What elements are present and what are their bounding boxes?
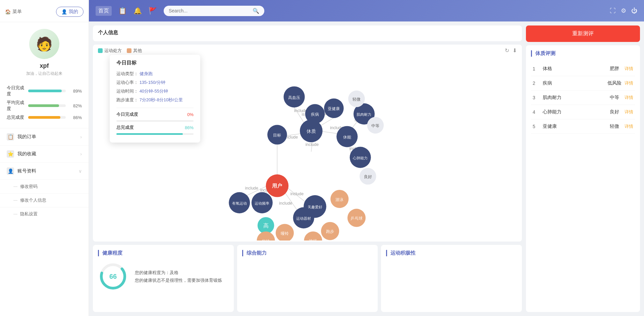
stat-bar-today (28, 90, 62, 92)
popup-row-speed: 跑步速度： 7分20秒-8分10秒/公里 (116, 96, 194, 104)
favorites-label: 我的收藏 (17, 151, 36, 157)
popup-divider-1 (116, 108, 194, 108)
eval-detail-5[interactable]: 详情 (625, 123, 633, 129)
eval-detail-2[interactable]: 详情 (625, 80, 633, 86)
svg-text:跑步: 跑步 (326, 229, 334, 234)
health-text: 您的健康程度为：及格 您的健康状态不是很理性，需要加强体育锻炼 (135, 269, 222, 284)
header-right: ⛶ ⚙ ⏻ (610, 7, 637, 14)
refresh-icon[interactable]: ↻ (505, 47, 509, 54)
sidebar-item-favorites[interactable]: ⭐ 我的收藏 › (0, 145, 89, 162)
search-box[interactable]: 🔍 (164, 6, 264, 16)
sidebar: 🏠 菜单 👤 我的 🧑 xpf 加油，让自己动起来 今日完成度 89% 平均完成… (0, 0, 89, 316)
eval-name-3: 肌肉耐力 (543, 95, 604, 101)
sidebar-subitem-privacy[interactable]: 隐私设置 (0, 207, 89, 221)
nav-flag-icon[interactable]: 🚩 (149, 7, 157, 15)
legend-prescription-label: 运动处方 (104, 48, 122, 54)
stat-row-avg: 平均完成度 82% (7, 100, 82, 112)
eval-row-3: 3 肌肉耐力 中等 详情 (531, 91, 635, 105)
legend-teal-dot (98, 48, 103, 53)
sidebar-subitem-profile[interactable]: 修改个人信息 (0, 193, 89, 207)
stat-row-today: 今日完成度 89% (7, 85, 82, 97)
eval-detail-4[interactable]: 详情 (625, 109, 633, 115)
graph-card: 运动处方 其他 ↻ ⬇ (93, 45, 522, 242)
search-input[interactable] (169, 8, 250, 13)
legend-other-label: 其他 (133, 48, 142, 54)
menu-button[interactable]: 🏠 菜单 (5, 9, 22, 15)
popup-row-duration: 运动时间： 40分钟-55分钟 (116, 87, 194, 96)
eval-name-5: 亚健康 (543, 123, 604, 129)
popup-total-bar (116, 133, 183, 135)
svg-text:运动频率: 运动频率 (255, 201, 269, 205)
svg-text:亚健康: 亚健康 (328, 106, 340, 111)
body-eval-title: 体质评测 (531, 50, 635, 57)
eval-value-4: 良好 (604, 109, 625, 115)
my-label: 我的 (69, 9, 78, 15)
power-icon[interactable]: ⏻ (631, 7, 637, 14)
svg-text:哑铃: 哑铃 (281, 231, 289, 236)
donut-area: 66 您的健康程度为：及格 您的健康状态不是很理性，需要加强体育锻炼 (98, 260, 229, 292)
eval-value-1: 肥胖 (604, 66, 625, 72)
svg-text:乒乓球: 乒乓球 (351, 216, 363, 221)
svg-text:跳绳: 跳绳 (309, 239, 317, 241)
nav-docs-icon[interactable]: 📋 (118, 7, 127, 15)
eval-value-5: 轻微 (604, 123, 625, 129)
stat-label-avg: 平均完成度 (7, 100, 25, 112)
svg-text:高血压: 高血压 (288, 95, 300, 100)
reassess-button[interactable]: 重新测评 (526, 25, 640, 42)
graph-legend: 运动处方 其他 (98, 48, 142, 54)
sidebar-subitem-password[interactable]: 修改密码 (0, 179, 89, 193)
popup-speed-value: 7分20秒-8分10秒/公里 (140, 97, 183, 102)
nav-bell-icon[interactable]: 🔔 (133, 7, 142, 15)
eval-name-4: 心肺能力 (543, 109, 604, 115)
legend-orange-dot (127, 48, 131, 53)
search-icon: 🔍 (253, 8, 259, 14)
popup-total-bar-bg (116, 133, 194, 135)
eval-num-1: 1 (533, 66, 543, 71)
svg-text:心肺能力: 心肺能力 (353, 156, 368, 160)
eval-name-2: 疾病 (543, 80, 604, 86)
svg-text:中等: 中等 (371, 123, 379, 128)
popup-today-bar-bg (116, 120, 194, 122)
svg-text:include: include (306, 142, 319, 147)
stat-row-total: 总完成度 86% (7, 114, 82, 120)
svg-text:include: include (290, 192, 304, 196)
svg-text:有氧运动: 有氧运动 (232, 201, 247, 205)
my-button[interactable]: 👤 我的 (56, 7, 84, 17)
stat-bar-total (28, 116, 60, 119)
eval-num-5: 5 (533, 124, 543, 129)
menu-item-left-account: 👤 账号资料 (7, 167, 36, 175)
stat-pct-avg: 82% (68, 103, 82, 108)
account-arrow: ∨ (78, 168, 82, 174)
svg-text:目标: 目标 (273, 133, 281, 138)
activity-card: 运动积极性 (381, 245, 522, 312)
stat-pct-total: 86% (68, 115, 82, 120)
popup-duration-value: 40分钟-55分钟 (140, 89, 168, 94)
svg-text:休能: 休能 (343, 135, 351, 140)
sidebar-item-orders[interactable]: 📋 我的订单 › (0, 128, 89, 145)
eval-detail-3[interactable]: 详情 (625, 95, 633, 101)
menu-item-left-favorites: ⭐ 我的收藏 (7, 150, 36, 158)
svg-text:include: include (279, 201, 292, 206)
popup-progress-row-total: 总完成度 86% (116, 124, 194, 130)
eval-row-5: 5 亚健康 轻微 详情 (531, 119, 635, 134)
popup-total-label: 总完成度 (116, 124, 134, 130)
health-desc1: 您的健康程度为：及格 (135, 269, 222, 276)
popup-info-rows: 运动类型： 健身跑 运动心率： 135-150/分钟 运动时间： 40分钟-55… (116, 69, 194, 104)
popup-today-pct: 0% (187, 112, 194, 117)
fullscreen-icon[interactable]: ⛶ (610, 7, 616, 14)
svg-text:is: is (302, 112, 305, 117)
eval-name-1: 体格 (543, 66, 604, 72)
settings-icon[interactable]: ⚙ (621, 7, 626, 14)
popup-hr-value: 135-150/分钟 (140, 80, 165, 85)
nav-home[interactable]: 首页 (96, 6, 112, 16)
svg-text:游泳: 游泳 (335, 197, 343, 202)
sidebar-item-account[interactable]: 👤 账号资料 ∨ (0, 162, 89, 179)
body-eval-card: 体质评测 1 体格 肥胖 详情 2 疾病 低风险 详情 3 肌肉耐力 中 (526, 45, 640, 312)
eval-num-4: 4 (533, 109, 543, 115)
download-icon[interactable]: ⬇ (513, 47, 517, 54)
eval-detail-1[interactable]: 详情 (625, 66, 633, 72)
main-content: 首页 📋 🔔 🚩 🔍 ⛶ ⚙ ⏻ 个人信息 (89, 0, 644, 316)
menu-label: 菜单 (12, 9, 22, 15)
account-label: 账号资料 (17, 168, 36, 174)
menu-item-left-orders: 📋 我的订单 (7, 133, 36, 141)
